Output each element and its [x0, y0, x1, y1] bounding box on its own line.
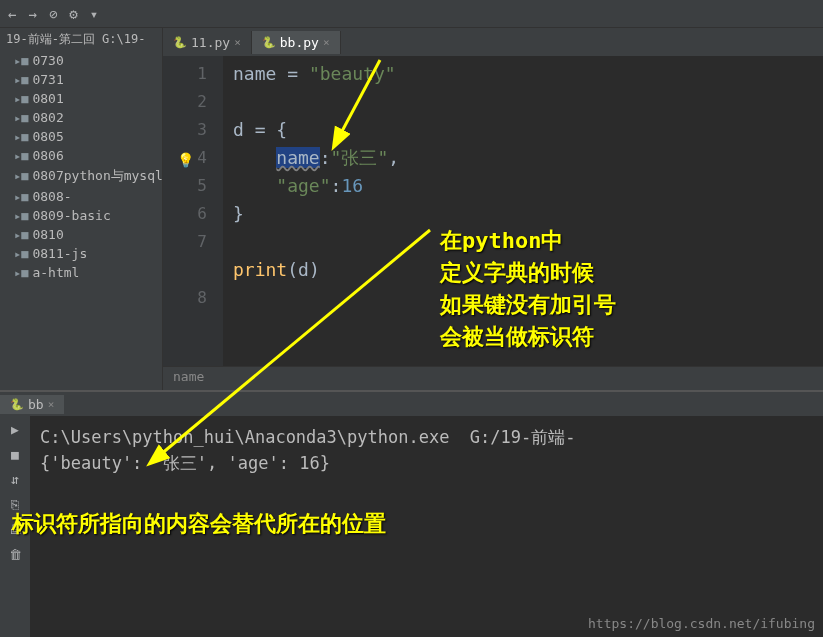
line-number: 1 [163, 60, 207, 88]
sidebar-item[interactable]: ▸■0809-basic [0, 206, 162, 225]
target-icon[interactable]: ⊘ [49, 6, 57, 22]
line-number: 2 [163, 88, 207, 116]
close-icon[interactable]: × [323, 36, 330, 49]
code-editor[interactable]: 1 2 3 4 5 6 7 8 💡 name = "beauty" d = { … [163, 56, 823, 366]
sidebar-item[interactable]: ▸■0808- [0, 187, 162, 206]
watermark: https://blog.csdn.net/ifubing [588, 616, 815, 631]
console-line: C:\Users\python_hui\Anaconda3\python.exe… [40, 424, 813, 450]
sidebar-item-label: 0807python与mysql [32, 167, 162, 185]
sidebar-item-label: 0806 [32, 148, 63, 163]
chevron-down-icon[interactable]: ▾ [90, 6, 98, 22]
project-root[interactable]: 19-前端-第二回 G:\19- [0, 28, 162, 51]
code-token: "beauty" [309, 63, 396, 84]
code-body[interactable]: 💡 name = "beauty" d = { name:"张三", "age"… [223, 56, 823, 366]
code-token-highlighted: name [276, 147, 319, 168]
sidebar-item-label: 0810 [32, 227, 63, 242]
tab-label: bb.py [280, 35, 319, 50]
code-token: ) [309, 259, 320, 280]
sidebar-item[interactable]: ▸■0805 [0, 127, 162, 146]
run-tabs: 🐍 bb × [0, 392, 823, 416]
sidebar-item-label: 0808- [32, 189, 71, 204]
sidebar-item-label: 0731 [32, 72, 63, 87]
code-token: = [276, 63, 309, 84]
tab-label: 11.py [191, 35, 230, 50]
code-token: d [298, 259, 309, 280]
sidebar-item-label: a-html [32, 265, 79, 280]
folder-icon: ▸■ [14, 228, 28, 242]
trash-icon[interactable]: 🗑 [9, 547, 22, 562]
folder-icon: ▸■ [14, 209, 28, 223]
print-icon[interactable]: 🖶 [9, 522, 22, 537]
code-token: : [331, 175, 342, 196]
editor-area: 🐍 11.py × 🐍 bb.py × 1 2 3 4 5 6 7 8 [163, 28, 823, 390]
folder-icon: ▸■ [14, 111, 28, 125]
folder-icon: ▸■ [14, 149, 28, 163]
run-panel: 🐍 bb × ▶ ■ ⇵ ⎘ 🖶 🗑 C:\Users\python_hui\A… [0, 390, 823, 637]
tab-11py[interactable]: 🐍 11.py × [163, 31, 252, 54]
python-icon: 🐍 [262, 36, 276, 49]
folder-icon: ▸■ [14, 169, 28, 183]
sidebar-item[interactable]: ▸■0807python与mysql [0, 165, 162, 187]
python-icon: 🐍 [10, 398, 24, 411]
line-number: 6 [163, 200, 207, 228]
run-body: ▶ ■ ⇵ ⎘ 🖶 🗑 C:\Users\python_hui\Anaconda… [0, 416, 823, 637]
sidebar-item-label: 0730 [32, 53, 63, 68]
sidebar-item-label: 0802 [32, 110, 63, 125]
code-token: ( [287, 259, 298, 280]
stop-icon[interactable]: ■ [11, 447, 19, 462]
sidebar-item[interactable]: ▸■0802 [0, 108, 162, 127]
run-tab-label: bb [28, 397, 44, 412]
sidebar-item-label: 0809-basic [32, 208, 110, 223]
code-token: print [233, 259, 287, 280]
console-output[interactable]: C:\Users\python_hui\Anaconda3\python.exe… [30, 416, 823, 637]
code-token: = { [244, 119, 287, 140]
code-token: "张三" [331, 147, 389, 168]
close-icon[interactable]: × [48, 398, 55, 411]
sidebar-item[interactable]: ▸■0731 [0, 70, 162, 89]
breadcrumb[interactable]: name [163, 366, 823, 390]
sidebar-item[interactable]: ▸■0806 [0, 146, 162, 165]
editor-tabs: 🐍 11.py × 🐍 bb.py × [163, 28, 823, 56]
project-sidebar: 19-前端-第二回 G:\19- ▸■0730 ▸■0731 ▸■0801 ▸■… [0, 28, 163, 390]
tab-bbpy[interactable]: 🐍 bb.py × [252, 31, 341, 54]
export-icon[interactable]: ⎘ [11, 497, 19, 512]
sidebar-item[interactable]: ▸■0730 [0, 51, 162, 70]
sidebar-item[interactable]: ▸■0801 [0, 89, 162, 108]
sidebar-item-label: 0801 [32, 91, 63, 106]
line-number: 5 [163, 172, 207, 200]
sidebar-item-label: 0811-js [32, 246, 87, 261]
code-token [233, 147, 276, 168]
sidebar-item[interactable]: ▸■0810 [0, 225, 162, 244]
folder-icon: ▸■ [14, 266, 28, 280]
code-token: : [320, 147, 331, 168]
lightbulb-icon[interactable]: 💡 [177, 146, 194, 174]
code-token: 16 [341, 175, 363, 196]
close-icon[interactable]: × [234, 36, 241, 49]
console-line: {'beauty': '张三', 'age': 16} [40, 450, 813, 476]
folder-icon: ▸■ [14, 54, 28, 68]
rerun-icon[interactable]: ▶ [11, 422, 19, 437]
nav-forward-icon[interactable]: → [28, 6, 36, 22]
sidebar-item-label: 0805 [32, 129, 63, 144]
folder-icon: ▸■ [14, 247, 28, 261]
python-icon: 🐍 [173, 36, 187, 49]
code-token: "age" [276, 175, 330, 196]
line-gutter: 1 2 3 4 5 6 7 8 [163, 56, 223, 366]
folder-icon: ▸■ [14, 73, 28, 87]
line-number: 7 [163, 228, 207, 256]
code-token: d [233, 119, 244, 140]
run-tab-bb[interactable]: 🐍 bb × [0, 395, 64, 414]
code-token [233, 175, 276, 196]
run-toolbar: ▶ ■ ⇵ ⎘ 🖶 🗑 [0, 416, 30, 637]
sidebar-item[interactable]: ▸■0811-js [0, 244, 162, 263]
gear-icon[interactable]: ⚙ [69, 6, 77, 22]
code-token: } [233, 203, 244, 224]
nav-back-icon[interactable]: ← [8, 6, 16, 22]
sidebar-item[interactable]: ▸■a-html [0, 263, 162, 282]
line-number: 3 [163, 116, 207, 144]
layout-icon[interactable]: ⇵ [11, 472, 19, 487]
main-area: 19-前端-第二回 G:\19- ▸■0730 ▸■0731 ▸■0801 ▸■… [0, 28, 823, 390]
main-toolbar: ← → ⊘ ⚙ ▾ [0, 0, 823, 28]
code-token: name [233, 63, 276, 84]
code-token: , [388, 147, 399, 168]
